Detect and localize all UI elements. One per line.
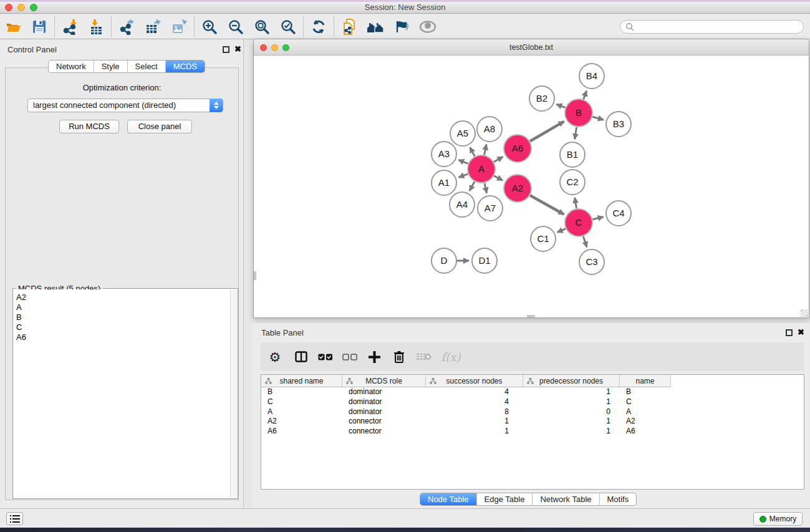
list-scrollbar[interactable] <box>230 289 237 498</box>
zoom-fit-icon[interactable] <box>249 16 275 37</box>
column-header-predecessor-nodes[interactable]: predecessor nodes <box>523 375 620 387</box>
graph-node-C4[interactable]: C4 <box>606 201 631 226</box>
graph-node-B[interactable]: B <box>565 99 592 127</box>
zoom-selected-icon[interactable] <box>275 16 301 37</box>
graph-edge-A-A2[interactable] <box>494 176 503 180</box>
import-table-icon[interactable] <box>83 16 109 37</box>
graph-node-A4[interactable]: A4 <box>450 192 475 217</box>
deselect-all-checkboxes-icon[interactable] <box>338 346 362 367</box>
select-all-checkboxes-icon[interactable] <box>313 346 338 367</box>
duplicate-network-icon[interactable] <box>336 16 362 37</box>
graph-node-A7[interactable]: A7 <box>478 196 503 221</box>
network-canvas[interactable]: B4B2BB3A5A8A6B1A3AC2A1A2A4A7CC4C1C3DD1 <box>254 56 809 317</box>
graph-edge-A2-C[interactable] <box>530 195 564 215</box>
add-column-icon[interactable] <box>362 346 387 367</box>
graph-edge-A-A1[interactable] <box>458 174 468 177</box>
graph-node-B4[interactable]: B4 <box>579 64 604 89</box>
tab-network-table[interactable]: Network Table <box>532 493 599 505</box>
first-neighbors-icon[interactable] <box>362 16 388 37</box>
memory-button[interactable]: Memory <box>753 512 803 526</box>
tab-network[interactable]: Network <box>49 60 94 72</box>
export-image-icon[interactable] <box>166 16 192 37</box>
graph-node-A1[interactable]: A1 <box>432 170 456 195</box>
mcds-result-item[interactable]: B <box>14 312 230 322</box>
graph-edge-A-A4[interactable] <box>470 181 475 191</box>
graph-edge-B-B3[interactable] <box>592 117 604 120</box>
graph-node-A5[interactable]: A5 <box>450 121 475 146</box>
tab-mcds[interactable]: MCDS <box>165 60 205 72</box>
graph-node-A3[interactable]: A3 <box>432 142 456 167</box>
mcds-result-item[interactable]: A6 <box>14 332 230 342</box>
graph-edge-B-B4[interactable] <box>584 91 587 100</box>
tab-node-table[interactable]: Node Table <box>420 493 476 505</box>
save-session-icon[interactable] <box>26 16 52 37</box>
graph-edge-C-C4[interactable] <box>592 217 603 220</box>
graph-node-C[interactable]: C <box>565 209 592 236</box>
graph-edge-A-A6[interactable] <box>494 157 503 162</box>
mcds-result-item[interactable]: A <box>14 302 230 312</box>
column-header-name[interactable]: name <box>620 375 671 387</box>
graph-node-C3[interactable]: C3 <box>579 249 604 274</box>
graph-edge-A-A5[interactable] <box>470 147 475 157</box>
delete-table-icon <box>412 346 436 367</box>
column-header-shared-name[interactable]: shared name <box>261 375 342 387</box>
zoom-out-icon[interactable] <box>223 16 249 37</box>
graph-node-A6[interactable]: A6 <box>504 135 531 162</box>
table-row[interactable]: A2connector11A2 <box>261 417 804 427</box>
graph-edge-C-C2[interactable] <box>575 198 577 209</box>
graph-node-C1[interactable]: C1 <box>531 226 556 251</box>
tab-motifs[interactable]: Motifs <box>599 493 637 505</box>
optimization-criterion-select[interactable]: largest connected component (directed) <box>27 99 223 112</box>
search-input[interactable] <box>620 20 804 34</box>
graph-edge-C-C1[interactable] <box>557 229 566 233</box>
graph-edge-B-B2[interactable] <box>556 104 565 108</box>
mcds-result-item[interactable]: A2 <box>14 293 230 302</box>
graph-node-B2[interactable]: B2 <box>529 86 554 111</box>
graph-node-D[interactable]: D <box>432 248 456 273</box>
graph-node-D1[interactable]: D1 <box>472 248 497 273</box>
float-table-panel-icon[interactable] <box>786 329 793 336</box>
vertical-scroll-thumb[interactable] <box>254 271 256 280</box>
show-panels-list-icon[interactable] <box>6 512 23 525</box>
refresh-layout-icon[interactable] <box>306 16 332 37</box>
column-header-successor-nodes[interactable]: successor nodes <box>426 375 523 387</box>
graph-edge-A-A3[interactable] <box>458 160 468 163</box>
table-row[interactable]: A6connector11A6 <box>261 427 804 437</box>
resize-grip[interactable] <box>801 309 808 317</box>
graph-node-B3[interactable]: B3 <box>606 112 631 137</box>
table-options-gear-icon[interactable]: ⚙ <box>261 346 289 367</box>
run-mcds-button[interactable]: Run MCDS <box>59 120 119 133</box>
zoom-in-icon[interactable] <box>196 16 223 37</box>
close-panel-icon[interactable]: ✖ <box>234 44 241 54</box>
close-table-panel-icon[interactable]: ✖ <box>798 327 804 337</box>
show-graphics-details-icon[interactable] <box>415 16 441 37</box>
float-panel-icon[interactable] <box>223 46 229 53</box>
tab-select[interactable]: Select <box>127 60 165 72</box>
export-network-icon[interactable] <box>113 16 140 37</box>
hide-graphics-details-icon[interactable] <box>388 16 415 37</box>
export-table-icon[interactable] <box>140 16 166 37</box>
graph-node-C2[interactable]: C2 <box>560 170 585 195</box>
table-row[interactable]: Cdominator41C <box>261 397 804 407</box>
tab-style[interactable]: Style <box>94 60 127 72</box>
tab-edge-table[interactable]: Edge Table <box>476 493 533 505</box>
column-header-MCDS-role[interactable]: MCDS role <box>342 375 426 387</box>
show-columns-icon[interactable] <box>289 346 313 367</box>
table-row[interactable]: Adominator80A <box>261 407 804 417</box>
graph-edge-A-A8[interactable] <box>485 144 486 155</box>
graph-node-B1[interactable]: B1 <box>560 142 585 167</box>
graph-node-A8[interactable]: A8 <box>477 117 502 142</box>
graph-node-A2[interactable]: A2 <box>504 175 531 202</box>
graph-edge-A-A7[interactable] <box>485 183 487 193</box>
horizontal-scroll-thumb[interactable] <box>527 315 535 317</box>
graph-edge-B-B1[interactable] <box>575 127 577 140</box>
graph-node-A[interactable]: A <box>468 155 495 183</box>
table-row[interactable]: Bdominator41B <box>261 387 804 397</box>
mcds-result-item[interactable]: C <box>14 322 230 332</box>
graph-edge-C-C3[interactable] <box>583 236 587 247</box>
open-file-icon[interactable] <box>0 16 26 37</box>
close-panel-button[interactable]: Close panel <box>127 120 192 133</box>
import-network-icon[interactable] <box>57 16 83 37</box>
graph-edge-A6-B[interactable] <box>530 122 564 142</box>
delete-column-trash-icon[interactable] <box>387 346 412 367</box>
